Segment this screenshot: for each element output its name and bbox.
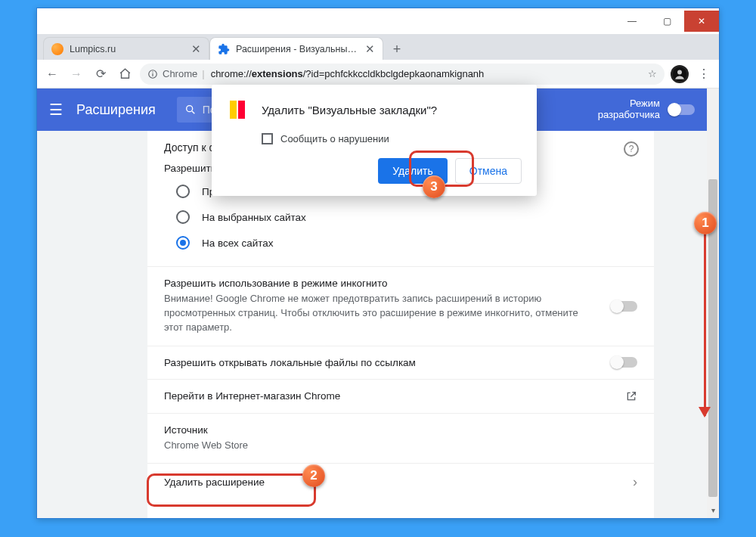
tab-close-icon[interactable]: ✕ [365, 42, 375, 56]
source-section: Источник Chrome Web Store [147, 413, 654, 464]
url-text: chrome://extensions/?id=pchfckkccldkbclg… [211, 68, 485, 79]
forward-button: → [67, 65, 85, 83]
bookmark-star-icon[interactable]: ☆ [648, 68, 657, 79]
annotation-badge-1: 1 [694, 212, 717, 234]
tab-lumpics[interactable]: Lumpics.ru ✕ [43, 37, 209, 60]
titlebar: — ▢ ✕ [37, 8, 719, 34]
svg-point-4 [677, 70, 682, 74]
address-bar[interactable]: Chrome | chrome://extensions/?id=pchfckk… [140, 64, 665, 85]
tab-extensions[interactable]: Расширения - Визуальные закл ✕ [209, 37, 383, 60]
site-info-icon[interactable]: Chrome | [147, 68, 205, 79]
svg-point-5 [186, 106, 192, 112]
incognito-title: Разрешить использование в режиме инкогни… [164, 278, 596, 289]
source-label: Источник [164, 424, 637, 436]
tab-title: Lumpics.ru [70, 44, 185, 54]
radio-label: На всех сайтах [202, 237, 274, 249]
web-store-label: Перейти в Интернет-магазин Chrome [164, 390, 340, 402]
incognito-toggle[interactable] [612, 301, 637, 312]
incognito-description: Внимание! Google Chrome не может предотв… [164, 292, 596, 335]
confirm-remove-dialog: Удалить "Визуальные закладки"? Сообщить … [212, 85, 537, 196]
scroll-down-icon[interactable]: ▾ [707, 506, 719, 518]
report-abuse-checkbox[interactable]: Сообщить о нарушении [262, 133, 522, 144]
developer-mode-label: Режим разработчика [598, 98, 660, 121]
radio-icon [176, 210, 190, 224]
page-title: Расширения [76, 102, 156, 118]
report-abuse-label: Сообщить о нарушении [280, 133, 389, 144]
tab-title: Расширения - Визуальные закл [236, 44, 359, 54]
home-button[interactable] [116, 65, 134, 83]
remove-extension-row[interactable]: Удалить расширение › [147, 463, 654, 501]
tab-strip: Lumpics.ru ✕ Расширения - Визуальные зак… [37, 34, 719, 60]
profile-avatar[interactable] [671, 65, 689, 83]
window-close-button[interactable]: ✕ [684, 11, 719, 32]
new-tab-button[interactable]: + [386, 39, 407, 60]
radio-icon [176, 236, 190, 250]
help-icon[interactable]: ? [624, 141, 639, 157]
svg-rect-7 [230, 101, 237, 119]
local-files-toggle[interactable] [612, 357, 637, 368]
extension-favicon-icon [218, 43, 230, 55]
external-link-icon [625, 390, 637, 402]
yandex-bookmarks-icon [227, 98, 249, 121]
checkbox-icon [262, 133, 273, 144]
annotation-badge-3: 3 [423, 175, 445, 198]
remove-extension-label: Удалить расширение [164, 476, 265, 488]
dialog-title: Удалить "Визуальные закладки"? [262, 104, 437, 116]
radio-icon [176, 185, 190, 198]
web-store-link[interactable]: Перейти в Интернет-магазин Chrome [147, 379, 654, 413]
annotation-badge-2: 2 [302, 464, 325, 487]
vertical-scrollbar[interactable]: ▾ [707, 88, 719, 518]
scroll-direction-arrow [704, 228, 706, 416]
radio-label: На выбранных сайтах [202, 212, 306, 223]
window-minimize-button[interactable]: — [615, 11, 649, 32]
hamburger-icon[interactable]: ☰ [49, 101, 63, 119]
lumpics-favicon-icon [51, 43, 64, 55]
local-files-section: Разрешить открывать локальные файлы по с… [147, 346, 654, 379]
radio-specific-sites[interactable]: На выбранных сайтах [164, 204, 637, 230]
window-maximize-button[interactable]: ▢ [649, 11, 684, 32]
developer-mode: Режим разработчика [598, 98, 695, 121]
source-value: Chrome Web Store [164, 439, 637, 453]
incognito-section: Разрешить использование в режиме инкогни… [147, 266, 654, 346]
secure-label: Chrome [163, 68, 197, 79]
back-button[interactable]: ← [43, 65, 61, 83]
search-icon [184, 104, 197, 116]
svg-rect-1 [152, 73, 153, 76]
developer-mode-toggle[interactable] [669, 104, 695, 115]
local-files-label: Разрешить открывать локальные файлы по с… [164, 357, 416, 368]
chrome-menu-button[interactable]: ⋮ [695, 65, 713, 83]
tab-close-icon[interactable]: ✕ [191, 42, 201, 56]
radio-all-sites[interactable]: На всех сайтах [164, 230, 637, 256]
chevron-right-icon: › [633, 474, 637, 490]
dialog-cancel-button[interactable]: Отмена [455, 158, 522, 184]
svg-rect-2 [152, 71, 153, 72]
svg-rect-8 [238, 101, 245, 119]
svg-line-6 [192, 111, 194, 113]
reload-button[interactable]: ⟳ [91, 65, 110, 83]
